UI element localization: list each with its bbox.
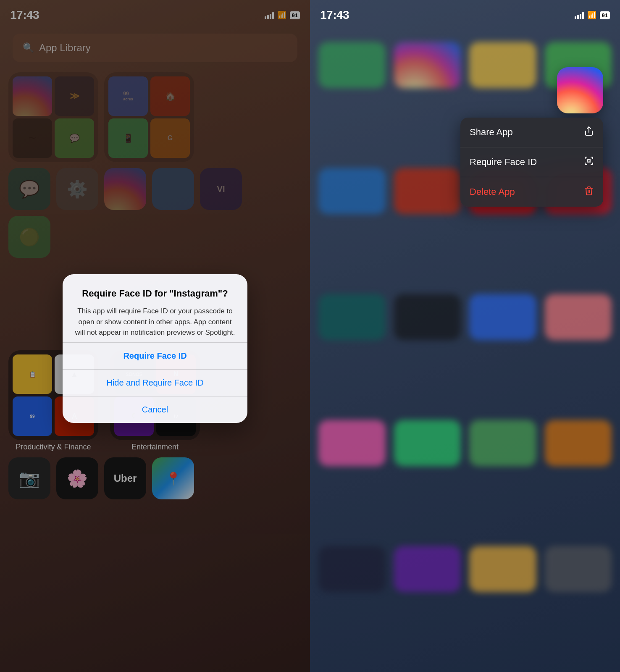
blur-icon-9 [318,294,386,340]
blur-icon-15 [469,420,536,466]
instagram-context-icon [557,67,603,113]
blur-icon-11 [469,294,536,340]
time-right: 17:43 [320,8,349,22]
hide-require-faceid-button[interactable]: Hide and Require Face ID [63,370,247,396]
blur-icon-17 [318,546,386,592]
blur-icon-12 [545,294,612,340]
share-app-menu-item[interactable]: Share App [460,118,603,147]
delete-app-menu-item[interactable]: Delete App [460,177,603,207]
share-icon [584,126,594,139]
status-icons-right: 📶 91 [575,10,610,20]
cancel-button[interactable]: Cancel [63,396,247,423]
blur-icon-6 [394,168,461,214]
left-panel: 17:43 📶 91 🔍 App Library ≫ [0,0,310,672]
signal-icon-right [575,11,584,19]
battery-indicator-right: 91 [600,11,610,19]
require-faceid-menu-item[interactable]: Require Face ID [460,147,603,177]
require-faceid-button[interactable]: Require Face ID [63,343,247,369]
blur-icon-16 [545,420,612,466]
blur-icon-18 [394,546,461,592]
blur-icon-1 [318,42,386,88]
trash-icon [584,186,594,198]
faceid-label: Require Face ID [470,157,537,168]
modal-body: Require Face ID for "Instagram"? This ap… [63,274,247,338]
context-menu-area: Share App Require Face ID [460,67,603,207]
blur-icon-13 [318,420,386,466]
faceid-icon [584,156,594,168]
share-app-label: Share App [470,127,513,138]
right-panel: 17:43 📶 91 Share App [310,0,620,672]
modal-title: Require Face ID for "Instagram"? [74,288,236,300]
status-bar-right: 17:43 📶 91 [310,0,620,25]
faceid-dialog: Require Face ID for "Instagram"? This ap… [63,274,247,423]
modal-overlay: Require Face ID for "Instagram"? This ap… [0,0,310,672]
blur-icon-14 [394,420,461,466]
modal-description: This app will require Face ID or your pa… [74,306,236,338]
blur-icon-5 [318,168,386,214]
svg-point-1 [588,160,590,162]
context-menu: Share App Require Face ID [460,118,603,207]
blur-icon-20 [545,546,612,592]
blur-icon-19 [469,546,536,592]
wifi-icon-right: 📶 [587,10,596,20]
delete-label: Delete App [470,186,515,197]
blur-icon-instagram [394,42,461,88]
blur-icon-10 [394,294,461,340]
